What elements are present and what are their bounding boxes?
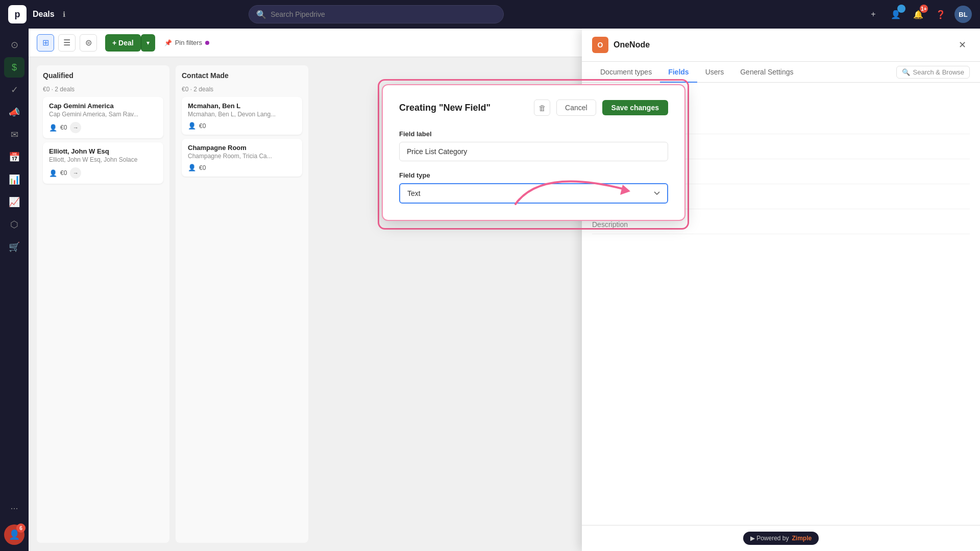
kanban-card[interactable]: Elliott, John W Esq Elliott, John W Esq,…: [43, 142, 163, 184]
global-search[interactable]: 🔍: [249, 5, 504, 23]
card-title: Champagne Room: [188, 144, 296, 152]
person-icon: 👤: [188, 122, 196, 130]
sidebar-item-products[interactable]: 🛒: [4, 237, 24, 257]
field-type-select[interactable]: Text Number Date Dropdown Multi-select C…: [399, 183, 668, 204]
card-subtitle: Champagne Room, Tricia Ca...: [188, 153, 296, 160]
tab-general-settings[interactable]: General Settings: [732, 62, 801, 82]
column-subtitle: €0 · 2 deals: [182, 86, 302, 93]
user-avatar[interactable]: BL: [954, 6, 972, 23]
search-input[interactable]: [271, 10, 496, 18]
card-footer: 👤 €0: [188, 122, 296, 130]
plugin-tabs: Document types Fields Users General Sett…: [582, 62, 980, 83]
info-icon[interactable]: ℹ: [63, 10, 65, 18]
topbar: p Deals ℹ 🔍 + 👤 🔔 1+ ❓ BL: [0, 0, 980, 29]
card-title: Elliott, John W Esq: [49, 147, 157, 155]
sidebar: ⊙ $ ✓ 📣 ✉ 📅 📊 📈 ⬡ 🛒 ··· 👤 6: [0, 29, 29, 551]
tab-users[interactable]: Users: [697, 62, 732, 82]
sidebar-item-more[interactable]: ···: [4, 498, 24, 518]
sidebar-item-calendar[interactable]: 📅: [4, 147, 24, 167]
field-type-section: Field type Text Number Date Dropdown Mul…: [399, 171, 668, 204]
tab-fields[interactable]: Fields: [660, 62, 697, 82]
sidebar-item-deals[interactable]: $: [4, 57, 24, 78]
tab-search[interactable]: 🔍 Search & Browse: [896, 66, 970, 79]
card-footer: 👤 €0 →: [49, 167, 157, 179]
sidebar-item-analytics[interactable]: 📈: [4, 192, 24, 212]
kanban-column-qualified: Qualified €0 · 2 deals Cap Gemini Americ…: [37, 65, 169, 543]
add-deal-dropdown-btn[interactable]: ▾: [141, 34, 155, 52]
person-icon: 👤: [188, 164, 196, 171]
sidebar-item-campaigns[interactable]: 📣: [4, 102, 24, 122]
add-deal-button[interactable]: + Deal: [105, 34, 141, 52]
powered-by: ▶ Powered by Zimple: [743, 532, 819, 545]
sidebar-item-reports[interactable]: 📊: [4, 169, 24, 190]
sidebar-item-integrations[interactable]: ⬡: [4, 214, 24, 235]
search-icon: 🔍: [256, 10, 266, 19]
card-subtitle: Elliott, John W Esq, John Solace: [49, 156, 157, 163]
card-footer: 👤 €0 →: [49, 122, 157, 133]
field-dialog-header: Creating "New Field" 🗑 Cancel Save chang…: [399, 99, 668, 116]
kanban-card[interactable]: Mcmahan, Ben L Mcmahan, Ben L, Devon Lan…: [182, 97, 302, 135]
add-button[interactable]: +: [865, 6, 882, 23]
filter-active-dot: [205, 41, 209, 45]
card-subtitle: Mcmahan, Ben L, Devon Lang...: [188, 111, 296, 118]
delete-field-button[interactable]: 🗑: [534, 99, 550, 116]
activity-badge: [897, 5, 905, 13]
kanban-card[interactable]: Champagne Room Champagne Room, Tricia Ca…: [182, 139, 302, 177]
plugin-footer: ▶ Powered by Zimple: [582, 525, 980, 551]
app-title: Deals: [33, 10, 55, 19]
card-arrow-btn[interactable]: →: [70, 167, 81, 179]
plugin-header: O OneNode ✕: [582, 29, 980, 62]
list-view-btn[interactable]: ☰: [58, 34, 76, 52]
column-subtitle: €0 · 2 deals: [43, 86, 163, 93]
person-icon: 👤: [49, 169, 57, 177]
field-label-section: Field label: [399, 130, 668, 161]
sidebar-item-focus[interactable]: ⊙: [4, 35, 24, 55]
person-icon: 👤: [49, 124, 57, 132]
plugin-logo: O: [592, 37, 608, 53]
column-title: Contact Made: [182, 71, 302, 80]
card-arrow-btn[interactable]: →: [70, 122, 81, 133]
sidebar-item-tasks[interactable]: ✓: [4, 80, 24, 100]
kanban-column-contact-made: Contact Made €0 · 2 deals Mcmahan, Ben L…: [176, 65, 308, 543]
card-title: Mcmahan, Ben L: [188, 102, 296, 110]
search-icon: 🔍: [902, 68, 910, 76]
card-footer: 👤 €0: [188, 164, 296, 171]
graph-view-btn[interactable]: ⊜: [80, 34, 97, 52]
kanban-view-btn[interactable]: ⊞: [37, 34, 54, 52]
cancel-button[interactable]: Cancel: [556, 99, 596, 116]
pin-filters-btn[interactable]: 📌 Pin filters: [159, 36, 214, 49]
kanban-card[interactable]: Cap Gemini America Cap Gemini America, S…: [43, 97, 163, 138]
activity-icon[interactable]: 👤: [887, 6, 904, 23]
plugin-title: OneNode: [614, 40, 949, 49]
app-logo: p: [8, 5, 27, 23]
save-changes-button[interactable]: Save changes: [602, 100, 668, 115]
card-title: Cap Gemini America: [49, 102, 157, 110]
sidebar-item-mail[interactable]: ✉: [4, 124, 24, 145]
topbar-actions: + 👤 🔔 1+ ❓ BL: [865, 6, 972, 23]
column-title: Qualified: [43, 71, 163, 80]
sidebar-user-avatar[interactable]: 👤 6: [4, 524, 24, 545]
field-type-title: Field type: [399, 171, 668, 179]
field-label-input[interactable]: [399, 142, 668, 161]
field-dialog-title: Creating "New Field": [399, 103, 528, 113]
notifications-icon[interactable]: 🔔 1+: [910, 6, 927, 23]
notification-badge: 1+: [920, 5, 928, 13]
field-dialog: Creating "New Field" 🗑 Cancel Save chang…: [382, 84, 685, 221]
card-subtitle: Cap Gemini America, Sam Rav...: [49, 111, 157, 118]
field-label-title: Field label: [399, 130, 668, 138]
help-icon[interactable]: ❓: [932, 6, 949, 23]
plugin-close-button[interactable]: ✕: [954, 37, 970, 53]
tab-document-types[interactable]: Document types: [592, 62, 660, 82]
